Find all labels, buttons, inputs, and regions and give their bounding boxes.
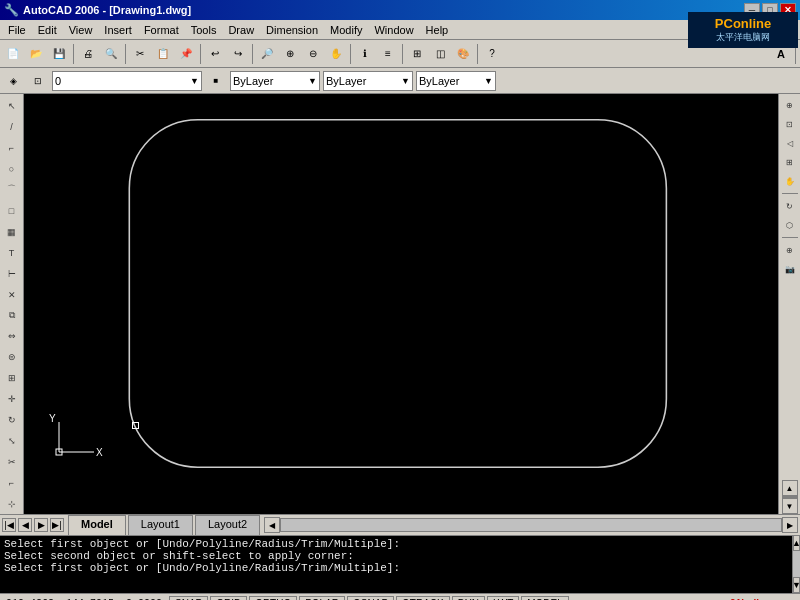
grid-button[interactable]: GRID xyxy=(210,596,247,601)
logo-title: PConline xyxy=(715,16,771,31)
arc-tool[interactable]: ⌒ xyxy=(2,180,22,200)
mirror-tool[interactable]: ⇔ xyxy=(2,326,22,346)
dim-tool[interactable]: ⊢ xyxy=(2,264,22,284)
menu-insert[interactable]: Insert xyxy=(98,22,138,38)
move-tool[interactable]: ✛ xyxy=(2,389,22,409)
scale-tool[interactable]: ⤡ xyxy=(2,431,22,451)
zoom-in-button[interactable]: ⊕ xyxy=(279,43,301,65)
paste-button[interactable]: 📌 xyxy=(175,43,197,65)
lwt-button[interactable]: LWT xyxy=(487,596,519,601)
zoom-out-button[interactable]: ⊖ xyxy=(302,43,324,65)
pan-button[interactable]: ✋ xyxy=(325,43,347,65)
copy-button[interactable]: 📋 xyxy=(152,43,174,65)
scroll-down-button[interactable]: ▼ xyxy=(782,498,798,514)
model-button[interactable]: MODEL xyxy=(521,596,569,601)
tab-model[interactable]: Model xyxy=(68,515,126,535)
layer-button[interactable]: ◫ xyxy=(429,43,451,65)
tab-nav-prev[interactable]: ◀ xyxy=(18,518,32,532)
tab-nav-last[interactable]: ▶| xyxy=(50,518,64,532)
color-button[interactable]: 🎨 xyxy=(452,43,474,65)
new-button[interactable]: 📄 xyxy=(2,43,24,65)
uscicon-button[interactable]: ⊕ xyxy=(781,241,799,259)
scroll-left-button[interactable]: ◀ xyxy=(264,517,280,533)
help-button[interactable]: ? xyxy=(481,43,503,65)
zoom-button[interactable]: 🔎 xyxy=(256,43,278,65)
view-3d-button[interactable]: ⬡ xyxy=(781,216,799,234)
hatch-tool[interactable]: ▦ xyxy=(2,222,22,242)
tab-nav-first[interactable]: |◀ xyxy=(2,518,16,532)
otrack-button[interactable]: OTRACK xyxy=(396,596,450,601)
cmd-scroll-down[interactable]: ▼ xyxy=(793,577,800,593)
line-tool[interactable]: / xyxy=(2,117,22,137)
zoom-window-button[interactable]: ⊡ xyxy=(781,115,799,133)
save-button[interactable]: 💾 xyxy=(48,43,70,65)
tab-nav-next[interactable]: ▶ xyxy=(34,518,48,532)
open-button[interactable]: 📂 xyxy=(25,43,47,65)
grid-snap-button[interactable]: ⊞ xyxy=(406,43,428,65)
command-row: Select first object or [Undo/Polyline/Ra… xyxy=(0,535,800,593)
pan-realtime-button[interactable]: ✋ xyxy=(781,172,799,190)
fillet-tool[interactable]: ⌐ xyxy=(2,473,22,493)
undo-button[interactable]: ↩ xyxy=(204,43,226,65)
zoom-all-button[interactable]: ⊞ xyxy=(781,153,799,171)
menu-window[interactable]: Window xyxy=(368,22,419,38)
menu-dimension[interactable]: Dimension xyxy=(260,22,324,38)
sep5 xyxy=(350,44,351,64)
select-tool[interactable]: ↖ xyxy=(2,96,22,116)
cmd-scroll-track[interactable] xyxy=(793,551,800,577)
menu-help[interactable]: Help xyxy=(420,22,455,38)
menu-format[interactable]: Format xyxy=(138,22,185,38)
polyline-tool[interactable]: ⌐ xyxy=(2,138,22,158)
match-button[interactable]: ≡ xyxy=(377,43,399,65)
menu-edit[interactable]: Edit xyxy=(32,22,63,38)
command-window[interactable]: Select first object or [Undo/Polyline/Ra… xyxy=(0,535,792,593)
ortho-button[interactable]: ORTHO xyxy=(249,596,297,601)
zoom-realtime-button[interactable]: ⊕ xyxy=(781,96,799,114)
linetype-dropdown[interactable]: ByLayer ▼ xyxy=(323,71,413,91)
polar-button[interactable]: POLAR xyxy=(299,596,345,601)
layer-manager[interactable]: ⊡ xyxy=(27,70,49,92)
print-preview-button[interactable]: 🔍 xyxy=(100,43,122,65)
print-button[interactable]: 🖨 xyxy=(77,43,99,65)
copy-tool[interactable]: ⧉ xyxy=(2,306,22,326)
text-tool[interactable]: T xyxy=(2,243,22,263)
scroll-up-button[interactable]: ▲ xyxy=(782,480,798,496)
cmd-scroll-up[interactable]: ▲ xyxy=(793,535,800,551)
menu-tools[interactable]: Tools xyxy=(185,22,223,38)
tab-layout1[interactable]: Layout1 xyxy=(128,515,193,535)
tab-layout2[interactable]: Layout2 xyxy=(195,515,260,535)
menu-modify[interactable]: Modify xyxy=(324,22,368,38)
linetype-dropdown-arrow: ▼ xyxy=(401,76,410,86)
color-dropdown[interactable]: ByLayer ▼ xyxy=(230,71,320,91)
command-scrollbar[interactable]: ▲ ▼ xyxy=(792,535,800,593)
snap-button[interactable]: SNAP xyxy=(169,596,208,601)
rotate-tool[interactable]: ↻ xyxy=(2,410,22,430)
drawing-canvas[interactable]: Y X xyxy=(24,94,778,514)
menu-view[interactable]: View xyxy=(63,22,99,38)
redo-button[interactable]: ↪ xyxy=(227,43,249,65)
menu-file[interactable]: File xyxy=(2,22,32,38)
rectangle-tool[interactable]: □ xyxy=(2,201,22,221)
lineweight-dropdown[interactable]: ByLayer ▼ xyxy=(416,71,496,91)
erase-tool[interactable]: ✕ xyxy=(2,285,22,305)
circle-tool[interactable]: ○ xyxy=(2,159,22,179)
cut-button[interactable]: ✂ xyxy=(129,43,151,65)
zoom-previous-button[interactable]: ◁ xyxy=(781,134,799,152)
trim-tool[interactable]: ✂ xyxy=(2,452,22,472)
layer-dropdown[interactable]: 0 ▼ xyxy=(52,71,202,91)
properties-button[interactable]: ℹ xyxy=(354,43,376,65)
scroll-right-button[interactable]: ▶ xyxy=(782,517,798,533)
offset-tool[interactable]: ⊜ xyxy=(2,347,22,367)
layer-make-current[interactable]: ◈ xyxy=(2,70,24,92)
drawing-svg xyxy=(24,94,778,514)
dyn-button[interactable]: DYN xyxy=(452,596,485,601)
osnap-button[interactable]: OSNAP xyxy=(347,596,394,601)
menu-draw[interactable]: Draw xyxy=(222,22,260,38)
explode-tool[interactable]: ⊹ xyxy=(2,494,22,514)
array-tool[interactable]: ⊞ xyxy=(2,368,22,388)
scroll-track-h[interactable] xyxy=(280,518,782,532)
orbit-button[interactable]: ↻ xyxy=(781,197,799,215)
color-icon[interactable]: ■ xyxy=(205,70,227,92)
camera-button[interactable]: 📷 xyxy=(781,260,799,278)
left-tool-panel: ↖ / ⌐ ○ ⌒ □ ▦ T ⊢ ✕ ⧉ ⇔ ⊜ ⊞ ✛ ↻ ⤡ ✂ ⌐ ⊹ xyxy=(0,94,24,514)
